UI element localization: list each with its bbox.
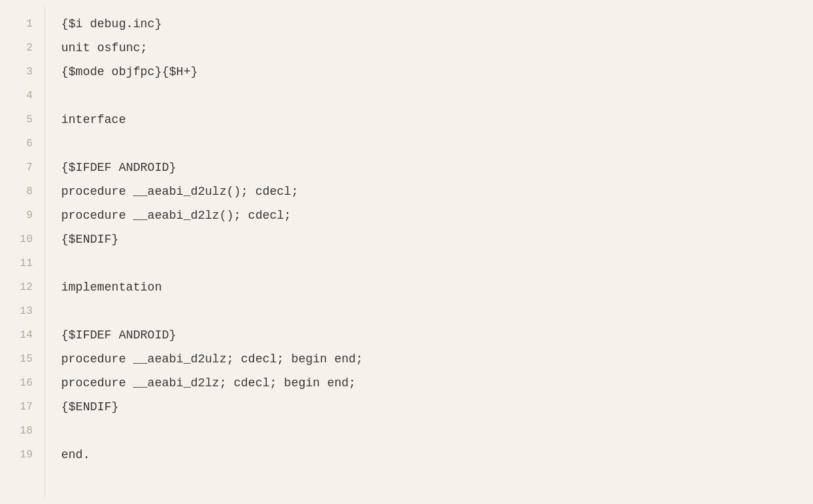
line-number-13: 13 [0, 299, 45, 323]
line-number-10: 10 [0, 227, 45, 251]
code-line-12: implementation [61, 275, 813, 299]
code-line-6 [61, 132, 813, 156]
code-content: {$i debug.inc}unit osfunc;{$mode objfpc}… [45, 7, 813, 497]
line-number-2: 2 [0, 36, 45, 60]
code-line-17: {$ENDIF} [61, 395, 813, 419]
line-number-8: 8 [0, 180, 45, 203]
line-number-16: 16 [0, 371, 45, 395]
code-line-11 [61, 251, 813, 275]
code-line-15: procedure __aeabi_d2ulz; cdecl; begin en… [61, 347, 813, 371]
code-line-5: interface [61, 108, 813, 132]
code-line-1: {$i debug.inc} [61, 12, 813, 36]
code-line-8: procedure __aeabi_d2ulz(); cdecl; [61, 180, 813, 203]
code-line-18 [61, 419, 813, 443]
line-number-3: 3 [0, 60, 45, 84]
line-number-7: 7 [0, 156, 45, 180]
code-line-2: unit osfunc; [61, 36, 813, 60]
code-line-14: {$IFDEF ANDROID} [61, 323, 813, 347]
line-number-17: 17 [0, 395, 45, 419]
code-line-7: {$IFDEF ANDROID} [61, 156, 813, 180]
line-number-15: 15 [0, 347, 45, 371]
code-line-19: end. [61, 443, 813, 467]
line-number-9: 9 [0, 203, 45, 227]
line-number-6: 6 [0, 132, 45, 156]
code-editor: 12345678910111213141516171819 {$i debug.… [0, 0, 813, 504]
code-line-16: procedure __aeabi_d2lz; cdecl; begin end… [61, 371, 813, 395]
code-line-13 [61, 299, 813, 323]
line-number-5: 5 [0, 108, 45, 132]
line-number-19: 19 [0, 443, 45, 467]
code-line-4 [61, 84, 813, 108]
code-line-10: {$ENDIF} [61, 227, 813, 251]
line-number-12: 12 [0, 275, 45, 299]
line-number-4: 4 [0, 84, 45, 108]
code-line-9: procedure __aeabi_d2lz(); cdecl; [61, 203, 813, 227]
line-number-14: 14 [0, 323, 45, 347]
line-number-gutter: 12345678910111213141516171819 [0, 7, 45, 497]
line-number-11: 11 [0, 251, 45, 275]
line-number-1: 1 [0, 12, 45, 36]
code-line-3: {$mode objfpc}{$H+} [61, 60, 813, 84]
line-number-18: 18 [0, 419, 45, 443]
